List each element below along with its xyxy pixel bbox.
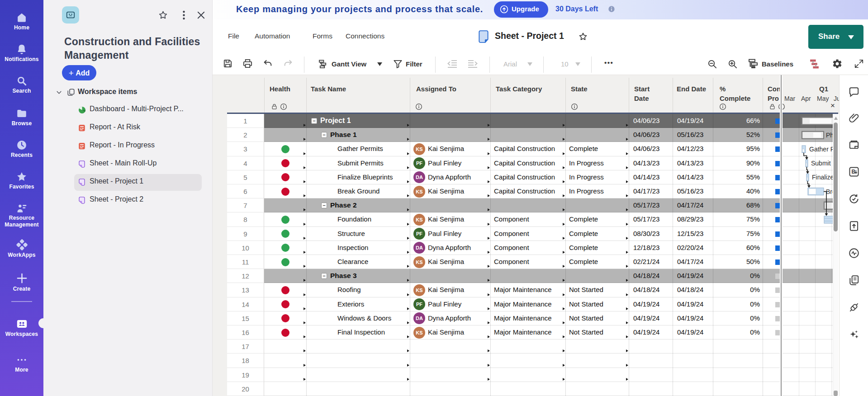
svg-text:B: B xyxy=(852,169,856,175)
